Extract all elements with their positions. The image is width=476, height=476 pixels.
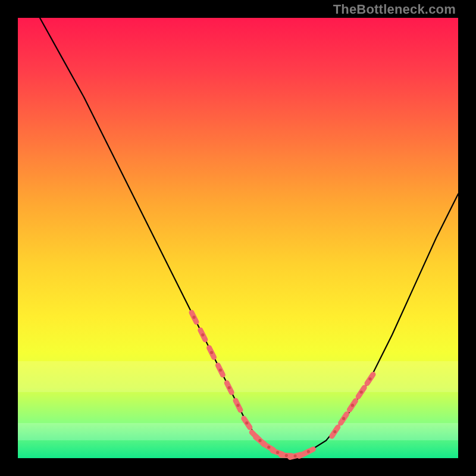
chart-svg	[18, 18, 458, 458]
svg-point-23	[276, 451, 279, 454]
svg-point-41	[368, 377, 371, 380]
svg-point-7	[219, 368, 222, 371]
svg-point-39	[360, 390, 363, 393]
highlight-right	[332, 374, 373, 436]
svg-point-31	[307, 450, 310, 453]
svg-point-35	[342, 417, 345, 420]
svg-point-9	[228, 386, 231, 389]
svg-point-33	[333, 430, 336, 433]
curve-path	[40, 18, 458, 456]
highlight-bottom	[256, 437, 314, 458]
svg-point-27	[294, 455, 297, 458]
highlight-left	[192, 312, 264, 444]
svg-point-37	[351, 404, 354, 407]
watermark-text: TheBottleneck.com	[333, 2, 456, 17]
svg-point-19	[258, 439, 261, 442]
svg-point-21	[267, 446, 270, 449]
plot-area	[18, 18, 458, 458]
svg-point-3	[201, 333, 204, 336]
svg-point-13	[245, 421, 248, 424]
chart-stage: TheBottleneck.com	[0, 0, 476, 476]
svg-point-5	[210, 351, 213, 354]
svg-point-1	[192, 316, 195, 319]
svg-point-11	[236, 404, 239, 407]
